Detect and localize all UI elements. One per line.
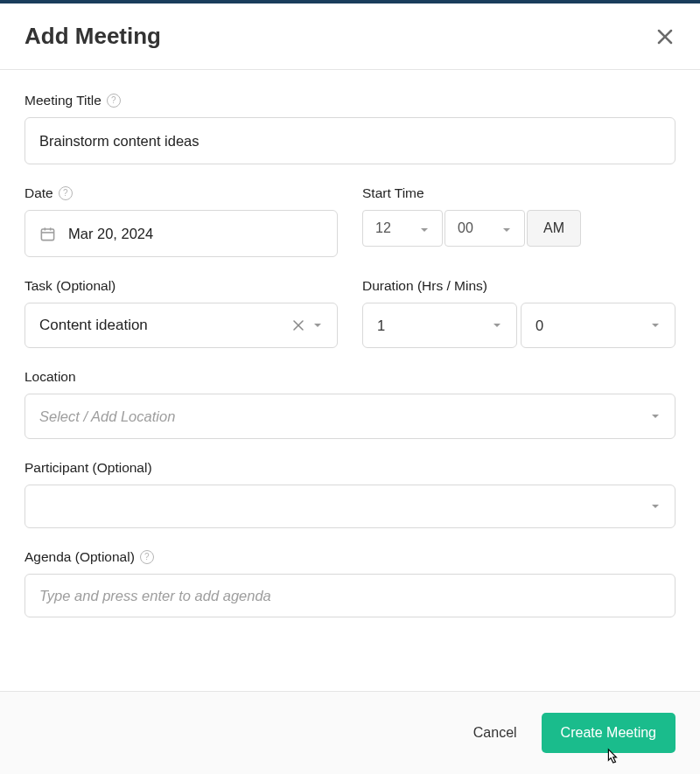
cancel-button[interactable]: Cancel bbox=[473, 725, 517, 741]
start-time-label: Start Time bbox=[362, 185, 424, 201]
location-select[interactable]: Select / Add Location bbox=[24, 394, 676, 439]
agenda-label: Agenda (Optional) bbox=[24, 549, 135, 565]
field-participant: Participant (Optional) bbox=[24, 460, 676, 528]
task-label: Task (Optional) bbox=[24, 278, 116, 294]
close-button[interactable] bbox=[654, 26, 676, 47]
modal-header: Add Meeting bbox=[0, 3, 700, 70]
field-duration: Duration (Hrs / Mins) 1 0 bbox=[362, 278, 676, 348]
help-icon[interactable]: ? bbox=[107, 94, 121, 108]
label-row: Location bbox=[24, 369, 676, 385]
chevron-down-icon bbox=[501, 223, 512, 234]
chevron-down-icon bbox=[312, 320, 323, 331]
label-row: Duration (Hrs / Mins) bbox=[362, 278, 676, 294]
add-meeting-modal: Add Meeting Meeting Title ? Date ? Ma bbox=[0, 0, 700, 774]
start-hour-select[interactable]: 12 bbox=[362, 210, 443, 247]
agenda-input[interactable] bbox=[24, 574, 676, 617]
start-time-row: 12 00 AM bbox=[362, 210, 676, 247]
duration-row: 1 0 bbox=[362, 303, 676, 348]
close-icon bbox=[654, 26, 676, 47]
modal-title: Add Meeting bbox=[24, 23, 161, 50]
chevron-down-icon bbox=[419, 223, 430, 234]
label-row: Start Time bbox=[362, 185, 676, 201]
modal-footer: Cancel Create Meeting bbox=[0, 691, 700, 774]
row-task-duration: Task (Optional) Content ideation Duratio… bbox=[24, 278, 676, 348]
ampm-toggle[interactable]: AM bbox=[527, 210, 581, 247]
ampm-value: AM bbox=[543, 220, 564, 236]
calendar-icon bbox=[39, 226, 56, 242]
chevron-down-icon bbox=[492, 320, 502, 331]
help-icon[interactable]: ? bbox=[140, 550, 154, 564]
create-meeting-button[interactable]: Create Meeting bbox=[542, 713, 676, 753]
duration-mins-value: 0 bbox=[536, 317, 543, 334]
chevron-down-icon bbox=[650, 501, 661, 512]
start-minute-value: 00 bbox=[458, 220, 473, 236]
field-location: Location Select / Add Location bbox=[24, 369, 676, 439]
label-row: Participant (Optional) bbox=[24, 460, 676, 476]
duration-hrs-select[interactable]: 1 bbox=[362, 303, 517, 348]
label-row: Meeting Title ? bbox=[24, 93, 676, 108]
clear-task-button[interactable] bbox=[293, 317, 304, 335]
field-task: Task (Optional) Content ideation bbox=[24, 278, 338, 348]
meeting-title-input[interactable] bbox=[24, 117, 676, 164]
close-icon bbox=[293, 320, 304, 331]
meeting-title-label: Meeting Title bbox=[24, 93, 102, 108]
chevron-down-icon bbox=[650, 320, 661, 331]
help-icon[interactable]: ? bbox=[59, 186, 73, 200]
label-row: Task (Optional) bbox=[24, 278, 338, 294]
label-row: Agenda (Optional) ? bbox=[24, 549, 676, 565]
svg-rect-2 bbox=[41, 228, 53, 240]
row-date-time: Date ? Mar 20, 2024 Start Time 12 bbox=[24, 185, 676, 257]
chevron-down-icon bbox=[650, 411, 661, 422]
date-value: Mar 20, 2024 bbox=[68, 226, 153, 242]
task-value: Content ideation bbox=[39, 317, 148, 334]
date-label: Date bbox=[24, 185, 53, 201]
participant-label: Participant (Optional) bbox=[24, 460, 152, 476]
label-row: Date ? bbox=[24, 185, 338, 201]
field-meeting-title: Meeting Title ? bbox=[24, 93, 676, 164]
participant-select[interactable] bbox=[24, 485, 676, 528]
start-hour-value: 12 bbox=[375, 220, 391, 236]
field-start-time: Start Time 12 00 AM bbox=[362, 185, 676, 257]
start-minute-select[interactable]: 00 bbox=[444, 210, 525, 247]
location-label: Location bbox=[24, 369, 76, 385]
field-agenda: Agenda (Optional) ? bbox=[24, 549, 676, 617]
task-select[interactable]: Content ideation bbox=[24, 303, 338, 348]
duration-hrs-value: 1 bbox=[377, 317, 385, 334]
field-date: Date ? Mar 20, 2024 bbox=[24, 185, 338, 257]
date-input[interactable]: Mar 20, 2024 bbox=[24, 210, 338, 257]
duration-mins-select[interactable]: 0 bbox=[521, 303, 676, 348]
modal-body: Meeting Title ? Date ? Mar 20, 2024 Star… bbox=[0, 70, 700, 691]
location-placeholder: Select / Add Location bbox=[39, 408, 175, 425]
duration-label: Duration (Hrs / Mins) bbox=[362, 278, 487, 294]
